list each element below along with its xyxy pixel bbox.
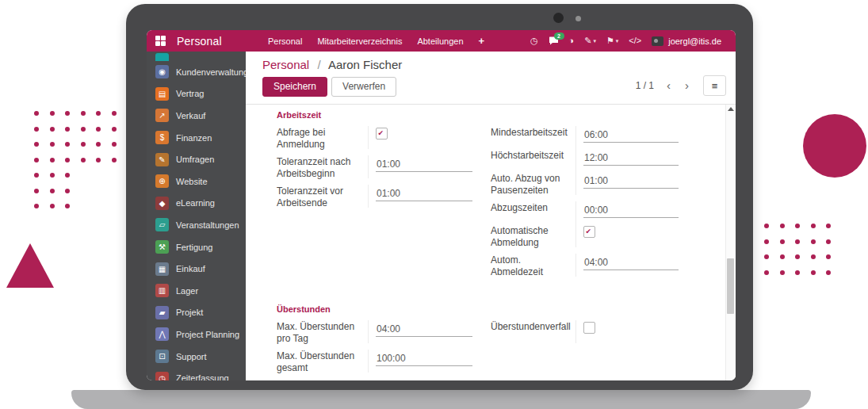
- project-icon: ▰: [155, 306, 169, 319]
- activities-clock-icon[interactable]: ◷: [530, 36, 538, 45]
- sales-icon: ↗: [155, 109, 169, 122]
- sidebar-item-label: Fertigung: [176, 243, 212, 252]
- edit-menu[interactable]: ✎ ▾: [584, 36, 596, 45]
- user-email: joergl@itis.de: [668, 36, 721, 46]
- form-field: Automatische Abmeldung: [491, 224, 678, 254]
- scrollbar-up-arrow-icon[interactable]: [728, 107, 734, 111]
- decor-dot: [811, 254, 816, 259]
- field-input[interactable]: [376, 188, 472, 201]
- messages-icon[interactable]: 2: [549, 36, 559, 45]
- decor-dot: [96, 111, 101, 116]
- decor-dot: [34, 189, 39, 193]
- topbar-menu-mitarbeiterverzeichnis[interactable]: Mitarbeiterverzeichnis: [317, 36, 402, 46]
- decor-dot: [34, 204, 39, 208]
- field-control: [575, 224, 678, 247]
- decor-dot: [764, 224, 769, 228]
- topbar-menu-add[interactable]: +: [479, 35, 485, 47]
- decor-dot: [65, 142, 70, 147]
- field-label: Auto. Abzug von Pausenzeiten: [491, 172, 575, 201]
- events-icon: ▱: [155, 218, 169, 231]
- sidebar-item-finanzen[interactable]: $Finanzen: [147, 127, 246, 149]
- decor-dot: [81, 127, 86, 132]
- decor-dot: [50, 204, 55, 208]
- sidebar-item-label: Finanzen: [176, 133, 212, 143]
- field-label: Abfrage bei Anmeldung: [277, 126, 368, 155]
- breadcrumb: Personal / Aaron Fischer: [262, 58, 726, 71]
- sidebar-item-fertigung[interactable]: ⚒Fertigung: [147, 236, 246, 258]
- decor-dot: [780, 254, 785, 259]
- sidebar-item-partial[interactable]: [147, 53, 246, 61]
- field-input[interactable]: [583, 257, 679, 270]
- view-menu-button[interactable]: ≡: [703, 75, 726, 96]
- field-input[interactable]: [376, 353, 472, 366]
- field-input[interactable]: [376, 159, 472, 172]
- topbar-menu-personal[interactable]: Personal: [268, 36, 302, 46]
- sidebar-item-zeiterfassung[interactable]: ◷Zeiterfassung: [147, 367, 246, 380]
- save-button[interactable]: Speichern: [262, 77, 327, 97]
- field-checkbox[interactable]: [583, 322, 595, 334]
- user-menu[interactable]: joergl@itis.de: [652, 36, 721, 46]
- crm-icon: ◉: [155, 65, 169, 78]
- sidebar-item-website[interactable]: ⊕Website: [147, 170, 246, 193]
- decor-dot: [764, 270, 769, 275]
- decor-dot: [112, 127, 117, 132]
- decor-dot: [112, 142, 117, 147]
- decor-dot: [34, 173, 39, 178]
- pager-next-icon[interactable]: ›: [683, 80, 690, 91]
- sidebar-item-elearning[interactable]: ◆eLearning: [147, 193, 246, 215]
- sidebar-item-verkauf[interactable]: ↗Verkauf: [147, 105, 246, 127]
- decor-dot: [50, 173, 55, 178]
- discard-button[interactable]: Verwerfen: [331, 77, 396, 97]
- sidebar-item-umfragen[interactable]: ✎Umfragen: [147, 148, 246, 170]
- sidebar-item-veranstaltungen[interactable]: ▱Veranstaltungen: [147, 214, 246, 236]
- topbar-systray: ◷ 2 ◑ ✎ ▾ ⚑ ▾ </>: [530, 36, 736, 46]
- field-input[interactable]: [376, 323, 472, 337]
- app-window: Personal PersonalMitarbeiterverzeichnisA…: [147, 30, 736, 380]
- sidebar-item-label: Zeiterfassung: [176, 373, 229, 380]
- field-label: Automatische Abmeldung: [491, 224, 575, 254]
- sidebar-item-support[interactable]: ⊡Support: [147, 346, 246, 368]
- field-control: [368, 126, 472, 149]
- sidebar-item-einkauf[interactable]: ▦Einkauf: [147, 258, 246, 280]
- scrollbar-track[interactable]: [725, 105, 736, 380]
- laptop-frame: Personal PersonalMitarbeiterverzeichnisA…: [126, 4, 753, 390]
- apps-grid-icon[interactable]: [155, 36, 166, 46]
- decor-dot: [96, 127, 101, 132]
- decor-dot: [826, 239, 831, 244]
- field-label: Max. Überstunden gesamt: [277, 350, 368, 379]
- scrollbar-thumb[interactable]: [727, 258, 734, 314]
- section-right-column: MindestarbeitszeitHöchstarbeitszeitAuto.…: [491, 126, 678, 283]
- decor-dot: [811, 224, 816, 228]
- sidebar-item-label: Project Planning: [176, 330, 239, 339]
- topbar-menu-abteilungen[interactable]: Abteilungen: [417, 36, 463, 46]
- field-input[interactable]: [583, 175, 679, 189]
- hamburger-icon: ≡: [712, 80, 718, 92]
- field-input[interactable]: [583, 204, 679, 218]
- developer-code-icon[interactable]: </>: [629, 36, 641, 45]
- breadcrumb-parent-link[interactable]: Personal: [262, 58, 309, 71]
- brand-zone: Personal: [147, 35, 246, 48]
- control-panel: Personal / Aaron Fischer Speichern Verwe…: [246, 52, 736, 105]
- field-input[interactable]: [583, 152, 679, 166]
- sidebar-item-label: Website: [176, 177, 208, 186]
- field-checkbox[interactable]: [376, 128, 388, 140]
- sidebar-item-projekt[interactable]: ▰Projekt: [147, 302, 246, 324]
- flag-menu[interactable]: ⚑ ▾: [606, 36, 618, 45]
- sidebar-item-lager[interactable]: ▥Lager: [147, 280, 246, 302]
- form-field: Höchstarbeitszeit: [491, 149, 678, 172]
- form-field: Überstundenverfall: [491, 320, 678, 343]
- field-control: [575, 126, 678, 149]
- section-left-column: Max. Überstunden pro TagMax. Überstunden…: [277, 320, 472, 379]
- sidebar-item-vertrag[interactable]: ▤Vertrag: [147, 83, 246, 105]
- field-checkbox[interactable]: [583, 226, 595, 238]
- sidebar-item-label: Verkauf: [176, 111, 205, 120]
- sidebar-item-project-planning[interactable]: ⋀Project Planning: [147, 323, 246, 346]
- form-field: Mindestarbeitszeit: [491, 126, 678, 149]
- field-control: [575, 172, 678, 195]
- decor-dot: [81, 142, 86, 147]
- sidebar-item-kundenverwaltung[interactable]: ◉Kundenverwaltung: [147, 61, 246, 83]
- pager-prev-icon[interactable]: ‹: [665, 80, 672, 91]
- field-input[interactable]: [583, 129, 679, 143]
- form-sheet: ArbeitszeitAbfrage bei AnmeldungToleranz…: [246, 105, 736, 380]
- contrast-icon[interactable]: ◑: [569, 36, 575, 45]
